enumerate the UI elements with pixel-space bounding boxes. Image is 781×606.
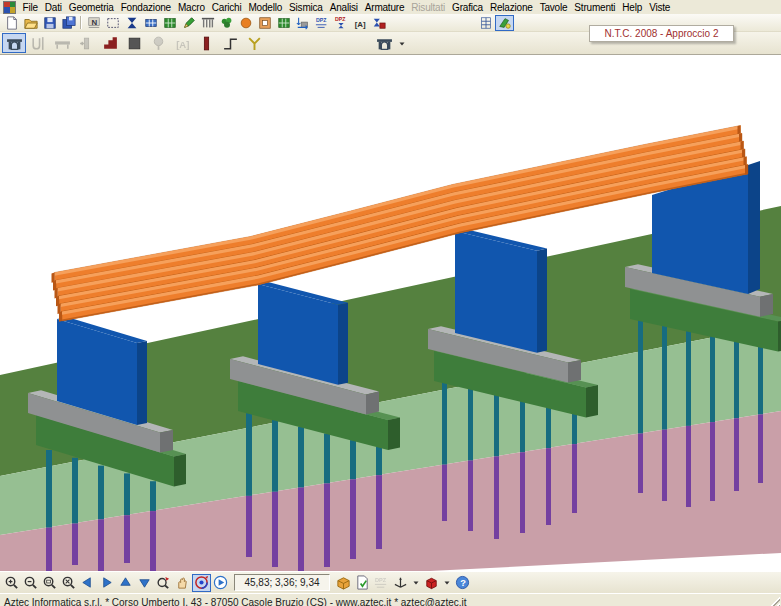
pan-right-button[interactable]	[97, 574, 116, 592]
navigation-toolbar: 45,83; 3,36; 9,34DPZ?	[0, 571, 781, 593]
arrowD-icon	[137, 575, 152, 590]
mesh-grid-button[interactable]	[160, 15, 179, 31]
view-terrain-button[interactable]	[146, 33, 170, 53]
arrowR-icon	[99, 575, 114, 590]
view-armature-button[interactable]: [A]	[170, 33, 194, 53]
solid-view-button[interactable]	[334, 574, 353, 592]
play-icon	[213, 575, 228, 590]
menu-item-grafica[interactable]: Grafica	[449, 1, 487, 14]
render-paint-button[interactable]	[495, 15, 514, 31]
model-viewport[interactable]	[0, 55, 781, 571]
plinth-dimensions-button[interactable]	[293, 15, 312, 31]
render-mode-button[interactable]	[422, 574, 441, 592]
axes-orientation-button[interactable]	[391, 574, 410, 592]
bridge-icon	[6, 35, 23, 52]
zoom-out-button[interactable]	[21, 574, 40, 592]
frame-model-button[interactable]	[476, 15, 495, 31]
menu-item-file[interactable]: File	[19, 1, 41, 14]
bridge-view-caret[interactable]	[396, 33, 408, 53]
verify-sheet-button[interactable]	[353, 574, 372, 592]
zoom-window-button[interactable]	[40, 574, 59, 592]
mage-icon	[61, 575, 76, 590]
view-pier-button[interactable]	[26, 33, 50, 53]
menu-item-sismica[interactable]: Sismica	[286, 1, 327, 14]
box-section-button[interactable]	[255, 15, 274, 31]
piles-button[interactable]	[198, 15, 217, 31]
analysis-hourglass-button[interactable]	[122, 15, 141, 31]
new-document-button[interactable]	[2, 15, 21, 31]
hourglass-icon	[125, 16, 139, 30]
greengrid-icon	[163, 16, 177, 30]
deckico-icon	[54, 35, 71, 52]
view-deck-button[interactable]	[50, 33, 74, 53]
zoom-in-button[interactable]	[2, 574, 21, 592]
selection-marquee-button[interactable]	[103, 15, 122, 31]
armature-a-button[interactable]: [A]	[350, 15, 369, 31]
analysis-grid-button[interactable]	[369, 15, 388, 31]
dpz-blue-button[interactable]: DPZ	[312, 15, 331, 31]
menu-item-strumenti[interactable]: Strumenti	[571, 1, 619, 14]
menu-item-fondazione[interactable]: Fondazione	[117, 1, 174, 14]
save-all-button[interactable]	[59, 15, 78, 31]
zoom-dynamic-button[interactable]	[154, 574, 173, 592]
polyico-icon	[222, 35, 239, 52]
menu-item-modello[interactable]: Modello	[245, 1, 286, 14]
app-icon	[3, 1, 16, 14]
caret-icon	[442, 575, 452, 590]
norm-data-button[interactable]: N	[84, 15, 103, 31]
menu-item-geometria[interactable]: Geometria	[65, 1, 117, 14]
magdyn-icon	[156, 575, 171, 590]
resize-grip[interactable]	[768, 597, 780, 606]
soil-cluster-button[interactable]	[217, 15, 236, 31]
save-button[interactable]	[40, 15, 59, 31]
table-grid-button[interactable]	[274, 15, 293, 31]
axes-dropdown-caret[interactable]	[410, 574, 422, 592]
svg-text:[A]: [A]	[354, 19, 365, 28]
zoom-extents-button[interactable]	[59, 574, 78, 592]
svg-text:DPZ: DPZ	[334, 16, 345, 22]
menu-item-risultati: Risultati	[408, 1, 449, 14]
menu-item-macro[interactable]: Macro	[174, 1, 208, 14]
render-dropdown-caret[interactable]	[441, 574, 453, 592]
view-profile-button[interactable]	[218, 33, 242, 53]
paint-icon	[498, 16, 512, 30]
menu-item-tavole[interactable]: Tavole	[536, 1, 571, 14]
svg-text:DPZ: DPZ	[315, 17, 326, 23]
view-whole-bridge-button[interactable]	[2, 33, 26, 53]
menu-item-carichi[interactable]: Carichi	[208, 1, 245, 14]
dpz-toggle-button[interactable]: DPZ	[372, 574, 391, 592]
deck-table-button[interactable]	[141, 15, 160, 31]
greengrid-icon	[277, 16, 291, 30]
hgGrid-icon	[372, 16, 386, 30]
application-window: FileDatiGeometriaFondazioneMacroCarichiM…	[0, 0, 781, 606]
menu-item-help[interactable]: Help	[619, 1, 646, 14]
edit-pencil-button[interactable]	[179, 15, 198, 31]
view-pier-bar-button[interactable]	[194, 33, 218, 53]
rot3d-icon	[194, 575, 209, 590]
animate-play-button[interactable]	[211, 574, 230, 592]
menu-item-relazione[interactable]: Relazione	[486, 1, 536, 14]
view-abutment-button[interactable]	[98, 33, 122, 53]
menu-item-armature[interactable]: Armature	[361, 1, 408, 14]
dpz-analysis-button[interactable]: DPZ	[331, 15, 350, 31]
rotate-3d-button[interactable]	[192, 574, 211, 592]
toolbar-separator	[80, 16, 82, 29]
menu-item-analisi[interactable]: Analisi	[326, 1, 361, 14]
pan-left-button[interactable]	[78, 574, 97, 592]
help-button[interactable]: ?	[453, 574, 472, 592]
magw-icon	[42, 575, 57, 590]
view-foundation-button[interactable]	[122, 33, 146, 53]
bridge-view-dropdown-button[interactable]	[372, 33, 396, 53]
bridge-3d-scene[interactable]	[0, 55, 781, 571]
pan-up-button[interactable]	[116, 574, 135, 592]
open-file-button[interactable]	[21, 15, 40, 31]
pan-down-button[interactable]	[135, 574, 154, 592]
pan-hand-button[interactable]	[173, 574, 192, 592]
pile-section-button[interactable]	[236, 15, 255, 31]
view-section-y-button[interactable]	[242, 33, 266, 53]
yico-icon	[246, 35, 263, 52]
view-pier-detail-button[interactable]	[74, 33, 98, 53]
darksq-icon	[126, 35, 143, 52]
menu-item-viste[interactable]: Viste	[646, 1, 674, 14]
menu-item-dati[interactable]: Dati	[41, 1, 65, 14]
